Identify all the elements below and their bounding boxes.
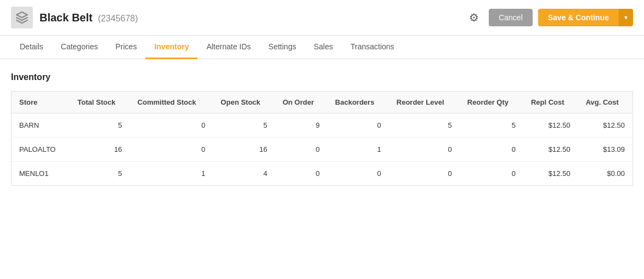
header: Black Belt (2345678) ⚙ Cancel Save & Con…: [0, 0, 644, 36]
cell-open-stock: 4: [213, 162, 275, 186]
tab-sales[interactable]: Sales: [305, 36, 342, 59]
cell-total-stock: 5: [70, 113, 129, 138]
save-continue-button[interactable]: Save & Continue: [538, 9, 619, 26]
col-header-total-stock: Total Stock: [70, 92, 129, 113]
tab-details[interactable]: Details: [11, 36, 52, 59]
col-header-on-order: On Order: [275, 92, 327, 113]
product-id: (2345678): [98, 14, 138, 23]
cell-committed-stock: 0: [130, 113, 213, 138]
tab-prices[interactable]: Prices: [107, 36, 146, 59]
product-logo: [11, 7, 33, 29]
cell-repl-cost: $12.50: [523, 162, 578, 186]
cell-open-stock: 5: [213, 113, 275, 138]
tab-alternate-ids[interactable]: Alternate IDs: [197, 36, 259, 59]
tab-inventory[interactable]: Inventory: [145, 36, 197, 59]
cell-on-order: 0: [275, 162, 327, 186]
inventory-section-title: Inventory: [11, 72, 633, 82]
table-row: PALOALTO160160100$12.50$13.09: [12, 138, 633, 162]
cell-reorder-qty: 0: [460, 138, 523, 162]
chevron-down-icon: ▾: [624, 14, 628, 21]
cell-avg-cost: $0.00: [578, 162, 633, 186]
col-header-repl-cost: Repl Cost: [523, 92, 578, 113]
nav-tabs: Details Categories Prices Inventory Alte…: [0, 36, 644, 59]
col-header-reorder-qty: Reorder Qty: [460, 92, 523, 113]
tab-settings[interactable]: Settings: [259, 36, 305, 59]
tab-transactions[interactable]: Transactions: [342, 36, 403, 59]
table-row: BARN5059055$12.50$12.50: [12, 113, 633, 138]
cell-avg-cost: $13.09: [578, 138, 633, 162]
gear-icon: ⚙: [469, 12, 479, 24]
cancel-button[interactable]: Cancel: [489, 9, 533, 26]
cell-repl-cost: $12.50: [523, 138, 578, 162]
cell-store: BARN: [12, 113, 70, 138]
tab-categories[interactable]: Categories: [52, 36, 107, 59]
cell-backorders: 0: [327, 113, 389, 138]
settings-gear-button[interactable]: ⚙: [465, 9, 483, 26]
table-header-row: Store Total Stock Committed Stock Open S…: [12, 92, 633, 113]
cell-store: MENLO1: [12, 162, 70, 186]
col-header-reorder-level: Reorder Level: [389, 92, 460, 113]
product-title-group: Black Belt (2345678): [39, 12, 138, 24]
cell-avg-cost: $12.50: [578, 113, 633, 138]
cell-total-stock: 5: [70, 162, 129, 186]
inventory-table: Store Total Stock Committed Stock Open S…: [11, 91, 633, 186]
col-header-committed-stock: Committed Stock: [130, 92, 213, 113]
cell-on-order: 0: [275, 138, 327, 162]
col-header-avg-cost: Avg. Cost: [578, 92, 633, 113]
cell-store: PALOALTO: [12, 138, 70, 162]
cell-total-stock: 16: [70, 138, 129, 162]
cell-reorder-level: 5: [389, 113, 460, 138]
cell-backorders: 1: [327, 138, 389, 162]
col-header-open-stock: Open Stock: [213, 92, 275, 113]
header-actions: ⚙ Cancel Save & Continue ▾: [465, 9, 633, 26]
col-header-backorders: Backorders: [327, 92, 389, 113]
cell-reorder-qty: 5: [460, 113, 523, 138]
cell-reorder-level: 0: [389, 138, 460, 162]
cell-open-stock: 16: [213, 138, 275, 162]
cell-committed-stock: 0: [130, 138, 213, 162]
cell-reorder-qty: 0: [460, 162, 523, 186]
cell-repl-cost: $12.50: [523, 113, 578, 138]
page-content: Inventory Store Total Stock Committed St…: [0, 59, 644, 199]
cell-reorder-level: 0: [389, 162, 460, 186]
table-row: MENLO15140000$12.50$0.00: [12, 162, 633, 186]
col-header-store: Store: [12, 92, 70, 113]
cell-backorders: 0: [327, 162, 389, 186]
product-name: Black Belt: [39, 12, 93, 24]
cell-on-order: 9: [275, 113, 327, 138]
save-button-group: Save & Continue ▾: [538, 9, 633, 26]
cell-committed-stock: 1: [130, 162, 213, 186]
save-dropdown-button[interactable]: ▾: [619, 9, 633, 26]
